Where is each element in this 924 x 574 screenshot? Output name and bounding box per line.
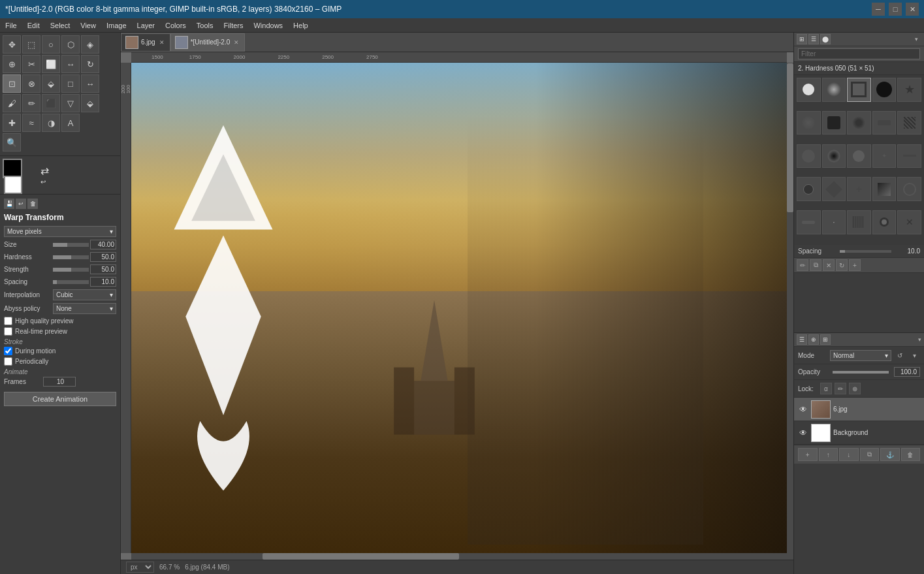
brush-item[interactable] bbox=[897, 144, 921, 168]
delete-layer-button[interactable]: 🗑 bbox=[901, 448, 921, 461]
brush-item[interactable]: + bbox=[847, 177, 871, 201]
layers-panel-arrow[interactable]: ▾ bbox=[918, 336, 921, 343]
hardness-slider[interactable] bbox=[53, 255, 89, 259]
abyss-dropdown[interactable]: None ▾ bbox=[53, 303, 116, 314]
tool-warp[interactable]: ⊡ bbox=[3, 74, 21, 93]
tab-close-6jpg[interactable]: ✕ bbox=[158, 39, 166, 46]
tool-handle-transform[interactable]: ⬙ bbox=[42, 74, 60, 93]
edit-brush-icon[interactable]: ✏ bbox=[797, 259, 808, 271]
during-motion-checkbox[interactable] bbox=[4, 347, 12, 355]
tool-rect-select[interactable]: ⬚ bbox=[22, 35, 40, 54]
lock-position-button[interactable]: ⊕ bbox=[849, 383, 861, 394]
panel-settings-icon[interactable]: ▾ bbox=[911, 34, 921, 44]
menu-view[interactable]: View bbox=[75, 20, 101, 31]
strength-slider[interactable] bbox=[53, 268, 89, 272]
mode-info-icon[interactable]: ▾ bbox=[908, 349, 920, 361]
menu-help[interactable]: Help bbox=[288, 20, 313, 31]
mode-dropdown[interactable]: Normal ▾ bbox=[830, 350, 891, 361]
brush-item[interactable] bbox=[822, 78, 846, 102]
menu-file[interactable]: File bbox=[0, 20, 22, 31]
brush-item[interactable] bbox=[797, 177, 821, 201]
tool-flip[interactable]: ↔ bbox=[81, 74, 99, 93]
canvas-area[interactable]: 1500 1750 2000 2250 2500 2750 0 100 200 … bbox=[121, 52, 793, 560]
high-quality-checkbox[interactable] bbox=[4, 317, 12, 325]
realtime-checkbox[interactable] bbox=[4, 327, 12, 336]
brushes-view-list-icon[interactable]: ☰ bbox=[808, 34, 819, 44]
minimize-button[interactable]: ─ bbox=[872, 3, 885, 16]
menu-windows[interactable]: Windows bbox=[248, 20, 288, 31]
menu-tools[interactable]: Tools bbox=[191, 20, 219, 31]
anchor-layer-button[interactable]: ⚓ bbox=[880, 448, 900, 461]
brushes-view-detail-icon[interactable]: ⬤ bbox=[820, 34, 831, 44]
brush-item[interactable] bbox=[872, 78, 897, 102]
tool-airbrush[interactable]: ▽ bbox=[61, 94, 80, 112]
tab-close-untitled[interactable]: ✕ bbox=[232, 39, 240, 46]
brush-item[interactable] bbox=[847, 144, 871, 168]
tool-heal[interactable]: ✚ bbox=[3, 114, 21, 132]
create-animation-button[interactable]: Create Animation bbox=[4, 392, 116, 406]
menu-image[interactable]: Image bbox=[101, 20, 132, 31]
tool-text[interactable]: A bbox=[61, 114, 80, 132]
brush-spacing-slider[interactable] bbox=[840, 250, 891, 253]
layers-panel-icon-2[interactable]: ⊕ bbox=[808, 334, 819, 345]
brushes-view-grid-icon[interactable]: ⊞ bbox=[797, 34, 807, 44]
tool-move[interactable]: ✥ bbox=[3, 35, 21, 54]
v-scrollbar-thumb[interactable] bbox=[787, 63, 793, 212]
tool-paint[interactable]: 🖌 bbox=[3, 94, 21, 112]
close-button[interactable]: ✕ bbox=[906, 3, 919, 16]
brush-item[interactable] bbox=[897, 177, 921, 201]
brush-item[interactable] bbox=[872, 177, 897, 201]
brush-item[interactable] bbox=[847, 111, 871, 135]
background-color[interactable] bbox=[4, 176, 22, 194]
opacity-slider[interactable] bbox=[833, 371, 889, 374]
swap-colors-icon[interactable]: ⇄ bbox=[40, 165, 49, 177]
brush-item[interactable] bbox=[822, 111, 846, 135]
lock-alpha-button[interactable]: α bbox=[820, 383, 832, 394]
menu-layer[interactable]: Layer bbox=[132, 20, 161, 31]
layer-item[interactable]: 👁 Background bbox=[794, 421, 924, 445]
layer-eye-icon[interactable]: 👁 bbox=[798, 404, 808, 415]
layers-panel-icon-3[interactable]: ⊞ bbox=[820, 334, 831, 345]
menu-filters[interactable]: Filters bbox=[219, 20, 249, 31]
brush-item[interactable]: ★ bbox=[897, 78, 921, 102]
brush-item[interactable]: · bbox=[822, 210, 846, 234]
tool-smudge[interactable]: ≈ bbox=[22, 114, 40, 132]
size-slider[interactable] bbox=[53, 243, 89, 247]
menu-select[interactable]: Select bbox=[45, 20, 76, 31]
tab-untitled[interactable]: *[Untitled]-2.0 ✕ bbox=[170, 33, 246, 52]
maximize-button[interactable]: □ bbox=[889, 3, 902, 16]
add-brush-icon[interactable]: + bbox=[849, 259, 861, 271]
h-scrollbar-thumb[interactable] bbox=[263, 553, 459, 560]
refresh-brush-icon[interactable]: ↻ bbox=[836, 259, 848, 271]
duplicate-layer-button[interactable]: ⧉ bbox=[860, 448, 880, 461]
lock-paint-button[interactable]: ✏ bbox=[835, 383, 846, 394]
brush-item[interactable] bbox=[847, 210, 871, 234]
strength-value[interactable]: 50.0 bbox=[90, 264, 116, 274]
tool-pencil[interactable]: ✏ bbox=[22, 94, 40, 112]
brush-item[interactable] bbox=[797, 210, 821, 234]
tool-select-color[interactable]: ⊕ bbox=[3, 55, 21, 73]
tool-scissor-select[interactable]: ✂ bbox=[22, 55, 40, 73]
opacity-value[interactable]: 100.0 bbox=[894, 367, 920, 377]
tool-ellipse-select[interactable]: ○ bbox=[42, 35, 60, 54]
tool-unified-transform[interactable]: ⊗ bbox=[22, 74, 40, 93]
brush-item[interactable] bbox=[897, 111, 921, 135]
layer-eye-icon[interactable]: 👁 bbox=[798, 428, 808, 438]
size-value[interactable]: 40.00 bbox=[90, 240, 116, 249]
tool-free-select[interactable]: ⬡ bbox=[61, 35, 80, 54]
vertical-scrollbar[interactable] bbox=[787, 63, 793, 560]
tool-clone[interactable]: ⬙ bbox=[81, 94, 99, 112]
brush-filter-input[interactable] bbox=[798, 48, 920, 59]
brush-item[interactable] bbox=[872, 210, 897, 234]
raise-layer-button[interactable]: ↑ bbox=[819, 448, 838, 461]
brush-item[interactable] bbox=[797, 111, 821, 135]
brush-item[interactable] bbox=[822, 144, 846, 168]
mode-dropdown[interactable]: Move pixels ▾ bbox=[4, 226, 116, 237]
tool-erase[interactable]: ⬛ bbox=[42, 94, 60, 112]
reset-colors-icon[interactable]: ↩ bbox=[40, 178, 49, 185]
tool-dodge-burn[interactable]: ◑ bbox=[42, 114, 60, 132]
save-options-icon[interactable]: 💾 bbox=[4, 199, 14, 209]
new-layer-button[interactable]: + bbox=[798, 448, 818, 461]
tool-color-picker[interactable]: 🔍 bbox=[3, 133, 21, 151]
brush-item-selected[interactable] bbox=[847, 78, 871, 102]
